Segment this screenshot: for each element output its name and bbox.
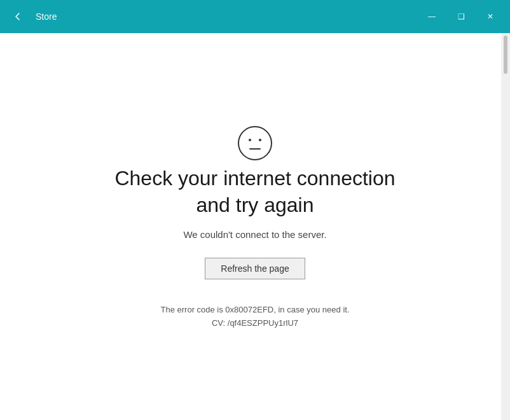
- error-cv-text: CV: /qf4ESZPPUy1rlU7: [212, 318, 298, 328]
- error-heading-line2: and try again: [196, 193, 314, 216]
- error-heading-line1: Check your internet connection: [114, 167, 395, 190]
- window-title: Store: [36, 11, 57, 22]
- main-content: Check your internet connection and try a…: [0, 33, 510, 420]
- scrollbar-thumb[interactable]: [504, 36, 507, 74]
- error-subtitle: We couldn't connect to the server.: [183, 229, 326, 240]
- svg-point-1: [249, 139, 251, 141]
- app-window: Store — ❑ ✕ Check your internet connecti…: [0, 0, 510, 420]
- error-code-text: The error code is 0x80072EFD, in case yo…: [161, 305, 350, 314]
- title-bar: Store — ❑ ✕: [0, 0, 510, 33]
- title-bar-left: Store: [8, 6, 57, 27]
- sad-face-svg: [237, 125, 273, 161]
- back-icon: [13, 12, 22, 21]
- maximize-button[interactable]: ❑: [446, 0, 476, 33]
- refresh-button[interactable]: Refresh the page: [205, 258, 305, 279]
- close-button[interactable]: ✕: [476, 0, 505, 33]
- scrollbar[interactable]: [501, 33, 510, 420]
- error-title: Check your internet connection and try a…: [114, 165, 395, 218]
- error-face-icon: [237, 125, 273, 165]
- minimize-button[interactable]: —: [417, 0, 446, 33]
- back-button[interactable]: [8, 6, 28, 27]
- svg-point-2: [259, 139, 261, 141]
- svg-point-0: [238, 127, 272, 160]
- window-controls: — ❑ ✕: [417, 0, 505, 33]
